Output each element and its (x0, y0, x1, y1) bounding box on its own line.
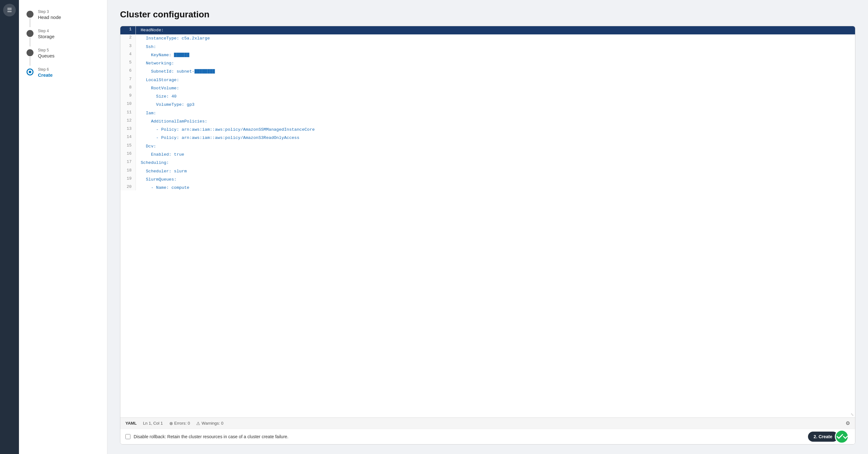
create-corner-check-icon (835, 430, 849, 444)
error-label: Errors: 0 (174, 421, 190, 426)
line-number: 13 (120, 126, 135, 134)
create-corner-button[interactable]: 2. Create (808, 431, 838, 442)
line-number: 14 (120, 134, 135, 142)
table-row: 10 VolumeType: gp3 (120, 101, 855, 109)
warning-label: Warnings: 0 (202, 421, 223, 426)
step-label-storage: Storage (38, 34, 55, 39)
resize-handle[interactable]: ⤡ (850, 412, 854, 417)
table-row: 19 SlurmQueues: (120, 175, 855, 184)
code-line: HeadNode: (135, 26, 855, 34)
line-number: 18 (120, 167, 135, 175)
line-number: 8 (120, 84, 135, 93)
line-number: 7 (120, 76, 135, 84)
step-item-headnode: Step 3 Head node (27, 9, 99, 20)
line-number: 20 (120, 184, 135, 190)
editor-wrapper: 1HeadNode:2 InstanceType: c5a.2xlarge3 S… (120, 26, 855, 417)
code-line: Enabled: true (135, 151, 855, 159)
step-item-queues: Step 5 Queues (27, 48, 99, 58)
table-row: 13 - Policy: arn:aws:iam::aws:policy/Ama… (120, 126, 855, 134)
disable-rollback-label: Disable rollback: Retain the cluster res… (134, 434, 288, 439)
cursor-position: Ln 1, Col 1 (143, 421, 163, 426)
line-number: 9 (120, 93, 135, 101)
table-row: 20 - Name: compute (120, 184, 855, 190)
step-number-5: Step 5 (38, 48, 55, 53)
code-line: - Policy: arn:aws:iam::aws:policy/Amazon… (135, 126, 855, 134)
create-corner-group: 2. Create (808, 430, 849, 444)
table-row: 14 - Policy: arn:aws:iam::aws:policy/Ama… (120, 134, 855, 142)
table-row: 12 AdditionalIamPolicies: (120, 118, 855, 126)
hamburger-icon: ☰ (7, 7, 12, 13)
code-line: RootVolume: (135, 84, 855, 93)
line-number: 4 (120, 51, 135, 59)
table-row: 7 LocalStorage: (120, 76, 855, 84)
step-dot-create (27, 68, 33, 75)
line-number: 11 (120, 109, 135, 118)
line-number: 12 (120, 118, 135, 126)
table-row: 11 Iam: (120, 109, 855, 118)
checkbox-row: Disable rollback: Retain the cluster res… (120, 429, 855, 444)
step-number-4: Step 4 (38, 29, 55, 33)
status-bar: YAML Ln 1, Col 1 ⊗ Errors: 0 ⚠ Warnings:… (120, 417, 855, 429)
line-number: 17 (120, 159, 135, 167)
language-label: YAML (125, 421, 137, 426)
line-number: 2 (120, 34, 135, 43)
code-line: Dcv: (135, 142, 855, 151)
code-line: Networking: (135, 59, 855, 68)
table-row: 5 Networking: (120, 59, 855, 68)
step-item-storage: Step 4 Storage (27, 29, 99, 39)
table-row: 4 KeyName: ██████ (120, 51, 855, 59)
step-label-create: Create (38, 72, 53, 78)
disable-rollback-checkbox[interactable] (125, 434, 130, 439)
table-row: 6 SubnetId: subnet-████████ (120, 68, 855, 76)
warning-count: ⚠ Warnings: 0 (196, 421, 223, 426)
code-line: LocalStorage: (135, 76, 855, 84)
step-item-create: Step 6 Create (27, 67, 99, 78)
code-area[interactable]: 1HeadNode:2 InstanceType: c5a.2xlarge3 S… (120, 26, 855, 190)
code-line: Scheduling: (135, 159, 855, 167)
code-line: - Policy: arn:aws:iam::aws:policy/Amazon… (135, 134, 855, 142)
nav-menu-button[interactable]: ☰ (3, 4, 16, 17)
error-count: ⊗ Errors: 0 (169, 421, 190, 426)
table-row: 15 Dcv: (120, 142, 855, 151)
page-title: Cluster configuration (120, 9, 856, 20)
table-row: 8 RootVolume: (120, 84, 855, 93)
line-number: 3 (120, 43, 135, 51)
table-row: 16 Enabled: true (120, 151, 855, 159)
table-row: 3 Ssh: (120, 43, 855, 51)
code-line: SubnetId: subnet-████████ (135, 68, 855, 76)
code-line: KeyName: ██████ (135, 51, 855, 59)
code-table: 1HeadNode:2 InstanceType: c5a.2xlarge3 S… (120, 26, 855, 190)
app-layout: ☰ Step 3 Head node Step 4 Storage Step 5… (0, 0, 868, 454)
code-line: Scheduler: slurm (135, 167, 855, 175)
code-line: AdditionalIamPolicies: (135, 118, 855, 126)
line-number: 15 (120, 142, 135, 151)
warning-icon: ⚠ (196, 421, 200, 426)
step-number-3: Step 3 (38, 9, 61, 14)
line-number: 19 (120, 175, 135, 184)
code-line: Size: 40 (135, 93, 855, 101)
code-line: Ssh: (135, 43, 855, 51)
code-line: VolumeType: gp3 (135, 101, 855, 109)
line-number: 6 (120, 68, 135, 76)
line-number: 16 (120, 151, 135, 159)
error-icon: ⊗ (169, 421, 173, 426)
main-content: Cluster configuration 1HeadNode:2 Instan… (107, 0, 868, 454)
code-line: Iam: (135, 109, 855, 118)
sidebar-nav: ☰ (0, 0, 19, 454)
code-line: - Name: compute (135, 184, 855, 190)
code-line: InstanceType: c5a.2xlarge (135, 34, 855, 43)
table-row: 2 InstanceType: c5a.2xlarge (120, 34, 855, 43)
table-row: 1HeadNode: (120, 26, 855, 34)
step-label-headnode: Head node (38, 14, 61, 20)
table-row: 18 Scheduler: slurm (120, 167, 855, 175)
line-number: 1 (120, 26, 135, 34)
step-dot-queues (27, 49, 33, 56)
code-line: SlurmQueues: (135, 175, 855, 184)
line-number: 10 (120, 101, 135, 109)
step-dot-storage (27, 30, 33, 37)
table-row: 17Scheduling: (120, 159, 855, 167)
steps-sidebar: Step 3 Head node Step 4 Storage Step 5 Q… (19, 0, 107, 454)
step-number-6: Step 6 (38, 67, 53, 72)
settings-icon[interactable]: ⚙ (845, 420, 850, 426)
editor-container: 1HeadNode:2 InstanceType: c5a.2xlarge3 S… (120, 26, 856, 445)
